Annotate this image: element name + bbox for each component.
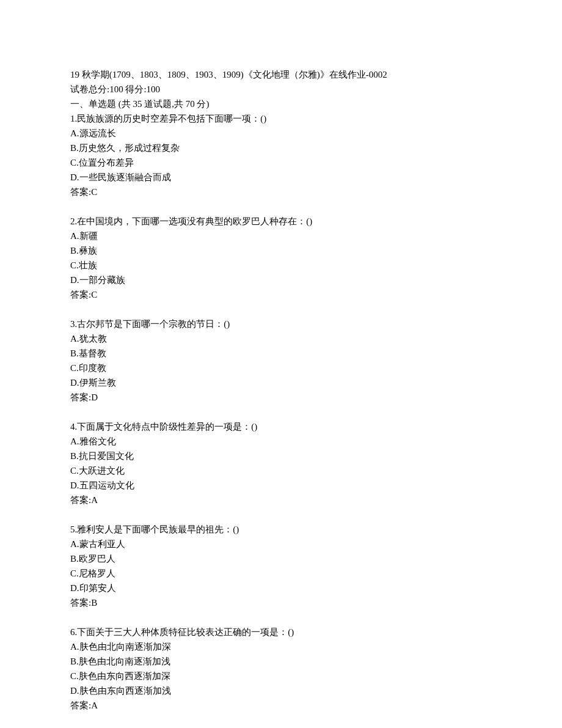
option-b: B.欧罗巴人 <box>70 551 492 566</box>
question-1: 1.民族族源的历史时空差异不包括下面哪一项：() A.源远流长 B.历史悠久，形… <box>70 111 492 199</box>
score-line: 试卷总分:100 得分:100 <box>70 82 492 97</box>
option-b: B.抗日爱国文化 <box>70 449 492 463</box>
question-3: 3.古尔邦节是下面哪一个宗教的节日：() A.犹太教 B.基督教 C.印度教 D… <box>70 317 492 405</box>
section-title: 一、单选题 (共 35 道试题,共 70 分) <box>70 97 492 111</box>
option-d: D.一些民族逐渐融合而成 <box>70 170 492 185</box>
question-2: 2.在中国境内，下面哪一选项没有典型的欧罗巴人种存在：() A.新疆 B.彝族 … <box>70 214 492 302</box>
option-a: A.新疆 <box>70 229 492 243</box>
question-5: 5.雅利安人是下面哪个民族最早的祖先：() A.蒙古利亚人 B.欧罗巴人 C.尼… <box>70 522 492 610</box>
answer: 答案:C <box>70 287 492 302</box>
option-c: C.肤色由东向西逐渐加深 <box>70 669 492 683</box>
option-b: B.历史悠久，形成过程复杂 <box>70 141 492 155</box>
exam-title: 19 秋学期(1709、1803、1809、1903、1909)《文化地理（尔雅… <box>70 67 492 82</box>
option-d: D.五四运动文化 <box>70 478 492 493</box>
option-c: C.尼格罗人 <box>70 566 492 581</box>
option-d: D.印第安人 <box>70 581 492 595</box>
option-a: A.犹太教 <box>70 331 492 346</box>
question-text: 2.在中国境内，下面哪一选项没有典型的欧罗巴人种存在：() <box>70 214 492 229</box>
question-text: 5.雅利安人是下面哪个民族最早的祖先：() <box>70 522 492 537</box>
option-b: B.彝族 <box>70 243 492 258</box>
question-text: 1.民族族源的历史时空差异不包括下面哪一项：() <box>70 111 492 126</box>
answer: 答案:D <box>70 390 492 405</box>
option-c: C.壮族 <box>70 258 492 273</box>
question-4: 4.下面属于文化特点中阶级性差异的一项是：() A.雅俗文化 B.抗日爱国文化 … <box>70 419 492 507</box>
option-c: C.印度教 <box>70 361 492 375</box>
question-text: 3.古尔邦节是下面哪一个宗教的节日：() <box>70 317 492 331</box>
answer: 答案:B <box>70 595 492 610</box>
option-c: C.位置分布差异 <box>70 155 492 170</box>
answer: 答案:A <box>70 493 492 507</box>
option-b: B.肤色由北向南逐渐加浅 <box>70 654 492 669</box>
option-a: A.源远流长 <box>70 126 492 141</box>
option-c: C.大跃进文化 <box>70 463 492 478</box>
answer: 答案:A <box>70 698 492 713</box>
option-a: A.肤色由北向南逐渐加深 <box>70 639 492 654</box>
option-d: D.肤色由东向西逐渐加浅 <box>70 683 492 698</box>
question-text: 6.下面关于三大人种体质特征比较表达正确的一项是：() <box>70 625 492 639</box>
option-b: B.基督教 <box>70 346 492 361</box>
option-d: D.伊斯兰教 <box>70 375 492 390</box>
answer: 答案:C <box>70 185 492 199</box>
option-d: D.一部分藏族 <box>70 273 492 287</box>
option-a: A.蒙古利亚人 <box>70 537 492 551</box>
option-a: A.雅俗文化 <box>70 434 492 449</box>
question-text: 4.下面属于文化特点中阶级性差异的一项是：() <box>70 419 492 434</box>
question-6: 6.下面关于三大人种体质特征比较表达正确的一项是：() A.肤色由北向南逐渐加深… <box>70 625 492 713</box>
